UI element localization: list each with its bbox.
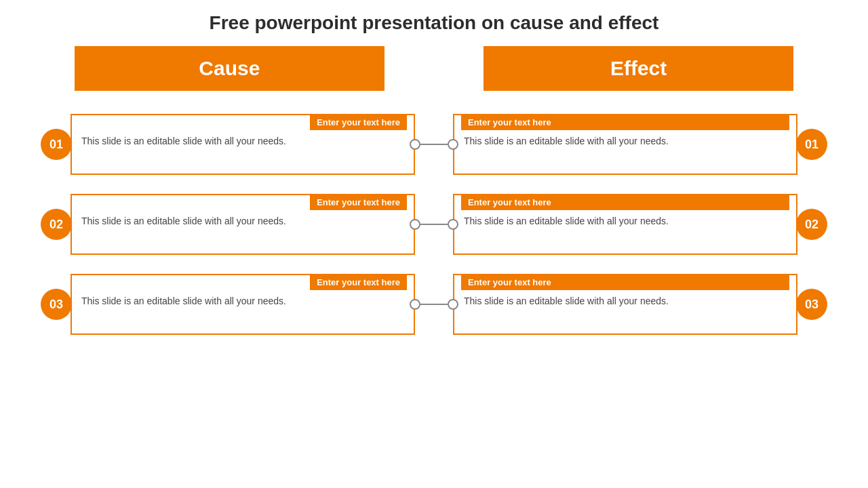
mid-line-2 <box>420 224 448 225</box>
cause-label-1: Enter your text here <box>310 115 407 130</box>
cause-connector-3 <box>410 299 420 310</box>
effect-label-1: Enter your text here <box>461 115 789 130</box>
effect-card-1: Enter your text hereThis slide is an edi… <box>453 114 797 175</box>
effect-connector-2 <box>448 219 458 230</box>
cause-number-02: 02 <box>41 209 72 240</box>
effect-label-2: Enter your text here <box>461 195 789 210</box>
cause-label-2: Enter your text here <box>310 195 407 210</box>
row-2: 02Enter your text hereThis slide is an e… <box>41 194 827 255</box>
effect-connector-1 <box>448 139 458 150</box>
row-3: 03Enter your text hereThis slide is an e… <box>41 274 827 335</box>
effect-label-3: Enter your text here <box>461 274 789 290</box>
mid-line-3 <box>420 304 448 305</box>
slide: Free powerpoint presentation on cause an… <box>0 0 868 488</box>
cause-label-3: Enter your text here <box>310 274 407 290</box>
cause-card-3: Enter your text hereThis slide is an edi… <box>71 274 415 335</box>
cause-card-1: Enter your text hereThis slide is an edi… <box>71 114 415 175</box>
cause-number-01: 01 <box>41 129 72 160</box>
effect-number-03: 03 <box>796 289 827 320</box>
cause-number-03: 03 <box>41 289 72 320</box>
effect-number-01: 01 <box>796 129 827 160</box>
mid-line-1 <box>420 144 448 145</box>
effect-connector-3 <box>448 299 458 310</box>
effect-card-3: Enter your text hereThis slide is an edi… <box>453 274 797 335</box>
cause-connector-2 <box>410 219 420 230</box>
cause-card-2: Enter your text hereThis slide is an edi… <box>71 194 415 255</box>
row-1: 01Enter your text hereThis slide is an e… <box>41 114 827 175</box>
effect-card-2: Enter your text hereThis slide is an edi… <box>453 194 797 255</box>
cause-connector-1 <box>410 139 420 150</box>
effect-header: Effect <box>484 46 793 91</box>
effect-number-02: 02 <box>796 209 827 240</box>
cause-header: Cause <box>75 46 384 91</box>
slide-title: Free powerpoint presentation on cause an… <box>210 12 659 34</box>
